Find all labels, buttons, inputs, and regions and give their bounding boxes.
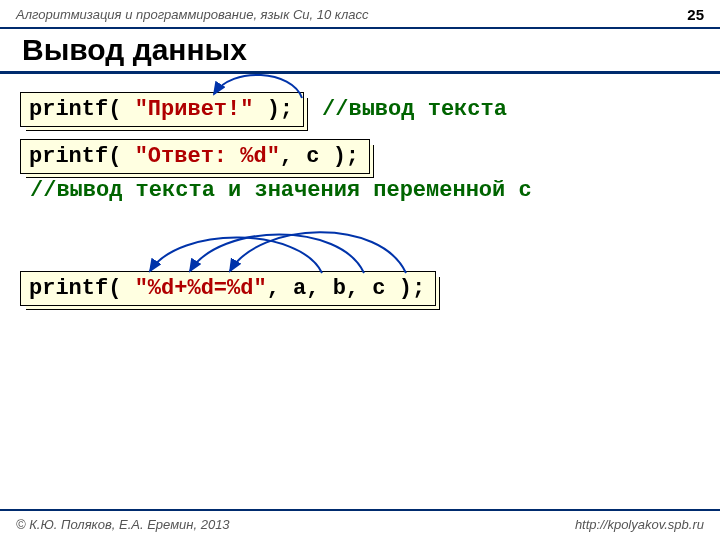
copyright: © К.Ю. Поляков, Е.А. Еремин, 2013 [16,517,230,532]
page-number: 25 [687,6,704,23]
example-1-row: printf( "Привет!" ); //вывод текста [20,92,700,127]
fn-name: printf [29,97,108,122]
paren-open: ( [108,97,134,122]
code-box-1: printf( "Привет!" ); [20,92,304,127]
code-box-2: printf( "Ответ: %d", c ); [20,139,370,174]
comment-2: //вывод текста и значения переменной c [20,174,700,217]
string-literal: "%d+%d=%d" [135,276,267,301]
example-2-row: printf( "Ответ: %d", c ); [20,139,700,174]
fn-name: printf [29,144,108,169]
fn-name: printf [29,276,108,301]
args: , a, b, c ); [267,276,425,301]
header-bar: Алгоритмизация и программирование, язык … [0,0,720,29]
comment-1: //вывод текста [322,97,507,122]
footer-bar: © К.Ю. Поляков, Е.А. Еремин, 2013 http:/… [0,509,720,540]
string-literal: "Ответ: %d" [135,144,280,169]
content-area: printf( "Привет!" ); //вывод текста prin… [0,92,720,306]
paren-close: ); [253,97,293,122]
string-literal: "Привет!" [135,97,254,122]
paren-open: ( [108,144,134,169]
footer-url: http://kpolyakov.spb.ru [575,517,704,532]
paren-open: ( [108,276,134,301]
example-3-row: printf( "%d+%d=%d", a, b, c ); [20,271,700,306]
course-label: Алгоритмизация и программирование, язык … [16,7,369,22]
args: , c ); [280,144,359,169]
code-box-3: printf( "%d+%d=%d", a, b, c ); [20,271,436,306]
slide-title: Вывод данных [0,29,720,74]
